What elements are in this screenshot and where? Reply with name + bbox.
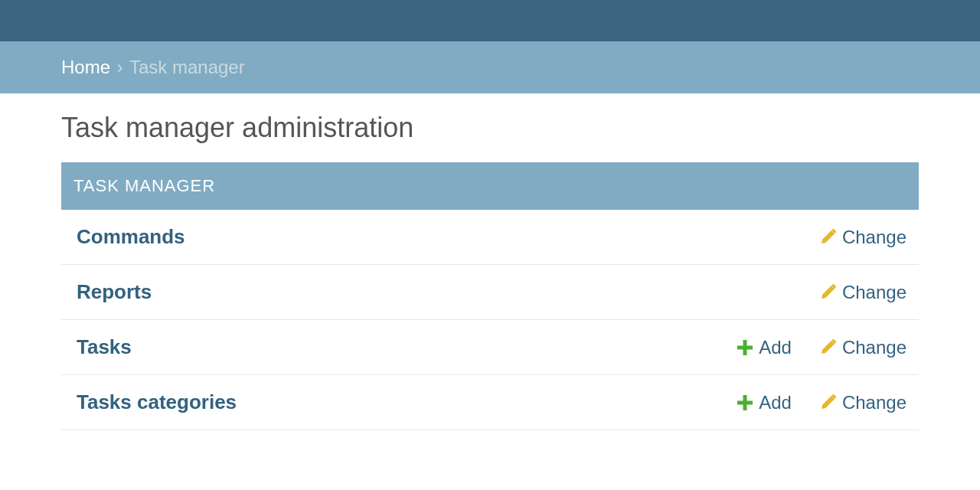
plus-icon — [737, 340, 753, 355]
add-label: Add — [759, 337, 792, 358]
breadcrumb-home-link[interactable]: Home — [61, 57, 110, 77]
add-label: Add — [759, 392, 792, 413]
change-label: Change — [842, 282, 906, 303]
plus-icon — [737, 395, 753, 410]
add-link[interactable]: Add — [737, 392, 792, 413]
change-link[interactable]: Change — [819, 392, 906, 413]
breadcrumb: Home › Task manager — [0, 41, 980, 93]
content: Task manager administration TASK MANAGER… — [0, 93, 980, 449]
table-row: CommandsChange — [61, 210, 919, 265]
pencil-icon — [819, 339, 836, 356]
table-row: ReportsChange — [61, 265, 919, 320]
model-link[interactable]: Tasks — [77, 335, 710, 359]
change-label: Change — [842, 337, 906, 358]
change-label: Change — [842, 392, 906, 413]
module-header: TASK MANAGER — [61, 162, 919, 210]
breadcrumb-separator: › — [116, 57, 122, 77]
table-row: Tasks categoriesAddChange — [61, 375, 919, 430]
model-link[interactable]: Commands — [77, 225, 792, 249]
top-bar — [0, 0, 980, 41]
page-title: Task manager administration — [61, 112, 919, 144]
change-link[interactable]: Change — [819, 337, 906, 358]
model-link[interactable]: Tasks categories — [77, 390, 710, 414]
module-task-manager: TASK MANAGER CommandsChangeReportsChange… — [61, 162, 919, 430]
change-label: Change — [842, 227, 906, 248]
pencil-icon — [819, 229, 836, 246]
breadcrumb-current: Task manager — [129, 57, 245, 77]
pencil-icon — [819, 394, 836, 411]
add-link[interactable]: Add — [737, 337, 792, 358]
table-row: TasksAddChange — [61, 320, 919, 375]
model-link[interactable]: Reports — [77, 280, 792, 304]
pencil-icon — [819, 284, 836, 301]
change-link[interactable]: Change — [819, 227, 906, 248]
change-link[interactable]: Change — [819, 282, 906, 303]
